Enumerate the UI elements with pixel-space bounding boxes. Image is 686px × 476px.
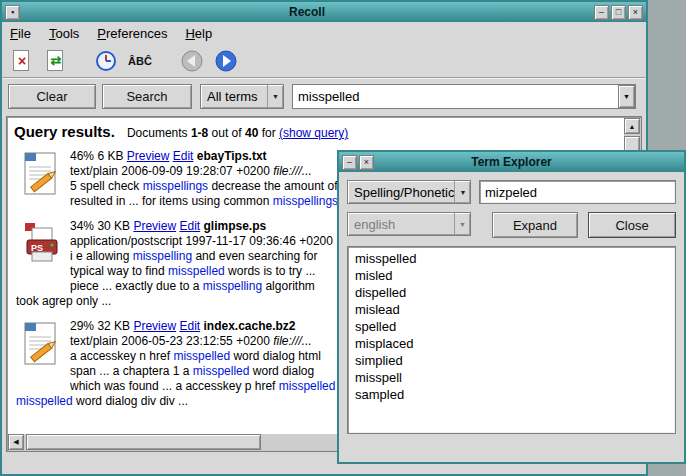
text-segment: 40 bbox=[245, 126, 258, 140]
preview-link[interactable]: Preview bbox=[133, 219, 176, 233]
text-segment: application/postscript 1997-11-17 09:36:… bbox=[70, 234, 333, 248]
search-controls-row: Clear Search All terms ▼ ▼ bbox=[2, 78, 646, 116]
scroll-up-button[interactable]: ▲ bbox=[624, 118, 640, 134]
minimize-icon: – bbox=[599, 8, 604, 17]
file-name: index.cache.bz2 bbox=[203, 319, 295, 333]
preview-link[interactable]: Preview bbox=[133, 319, 176, 333]
close-button[interactable]: × bbox=[628, 5, 643, 20]
menu-preferences[interactable]: Preferences bbox=[97, 26, 167, 41]
start-query-icon[interactable]: ⇄ bbox=[42, 48, 70, 74]
horizontal-scrollbar-thumb[interactable] bbox=[26, 434, 261, 450]
text-segment: decrease the amount of bbox=[208, 179, 337, 193]
highlighted-term: misspelling bbox=[203, 279, 262, 293]
desktop: ▪ Recoll – □ × FileToolsPreferencesHelp … bbox=[0, 0, 686, 476]
preview-link[interactable]: Preview bbox=[127, 149, 170, 163]
highlighted-term: misspellings bbox=[273, 194, 338, 208]
text-segment: piece ... exactly due to a bbox=[70, 279, 203, 293]
term-input[interactable] bbox=[479, 180, 676, 204]
scroll-left-icon: ◀ bbox=[13, 438, 18, 446]
text-segment: file:///... bbox=[273, 164, 312, 178]
te-close-window-button[interactable]: × bbox=[359, 155, 374, 170]
expansion-mode-combobox[interactable]: Spelling/Phonetic ▼ bbox=[347, 180, 471, 204]
text-segment: file:///... bbox=[273, 334, 312, 348]
chevron-down-icon: ▼ bbox=[623, 93, 630, 100]
minimize-icon: – bbox=[347, 158, 352, 167]
highlighted-term: misspelled bbox=[173, 349, 230, 363]
maximize-icon: □ bbox=[616, 8, 621, 17]
text-file-icon bbox=[14, 149, 70, 209]
scroll-up-icon: ▲ bbox=[629, 123, 636, 130]
term-list-item[interactable]: spelled bbox=[348, 318, 675, 335]
search-type-combobox[interactable]: All terms ▼ bbox=[200, 84, 284, 109]
edit-link[interactable]: Edit bbox=[173, 149, 194, 163]
text-segment: word dialog html bbox=[230, 349, 321, 363]
text-segment: words is to try ... bbox=[225, 264, 316, 278]
text-segment: text/plain 2006-09-09 19:28:07 +0200 bbox=[70, 164, 273, 178]
clear-button[interactable]: Clear bbox=[8, 84, 96, 109]
search-type-value: All terms bbox=[207, 89, 258, 104]
text-file-icon bbox=[14, 319, 70, 394]
term-list-item[interactable]: simplied bbox=[348, 352, 675, 369]
edit-link[interactable]: Edit bbox=[179, 319, 200, 333]
chevron-down-icon: ▼ bbox=[454, 181, 470, 203]
toolbar: ×⇄ÂBĈ bbox=[2, 44, 646, 78]
te-minimize-button[interactable]: – bbox=[342, 155, 357, 170]
main-titlebar[interactable]: ▪ Recoll – □ × bbox=[2, 2, 646, 22]
document-history-icon[interactable] bbox=[92, 48, 120, 74]
text-segment: text/plain 2006-05-23 23:12:55 +0200 bbox=[70, 334, 273, 348]
term-list-item[interactable]: dispelled bbox=[348, 284, 675, 301]
close-icon: × bbox=[364, 158, 369, 167]
term-list-item[interactable]: misled bbox=[348, 267, 675, 284]
edit-link[interactable]: Edit bbox=[179, 219, 200, 233]
term-explorer-titlebar[interactable]: – × Term Explorer bbox=[339, 152, 684, 172]
text-segment: a accesskey n href bbox=[70, 349, 173, 363]
file-size: 32 KB bbox=[97, 319, 130, 333]
back-icon[interactable] bbox=[178, 48, 206, 74]
term-list-item[interactable]: misplaced bbox=[348, 335, 675, 352]
relevance-percent: 29% bbox=[70, 319, 94, 333]
expand-button[interactable]: Expand bbox=[492, 212, 578, 238]
menu-file[interactable]: File bbox=[10, 26, 31, 41]
term-list-item[interactable]: sampled bbox=[348, 386, 675, 403]
term-list-item[interactable]: mislead bbox=[348, 301, 675, 318]
menu-help[interactable]: Help bbox=[185, 26, 212, 41]
highlighted-term: misspelled bbox=[16, 394, 73, 408]
results-header: Query results.Documents 1-8 out of 40 fo… bbox=[14, 123, 620, 141]
text-segment: for bbox=[258, 126, 279, 140]
show-query-link[interactable]: (show query) bbox=[279, 126, 348, 140]
menu-tools[interactable]: Tools bbox=[49, 26, 79, 41]
clear-search-icon[interactable]: × bbox=[8, 48, 36, 74]
highlighted-term: misspelled bbox=[193, 364, 250, 378]
main-window-title: Recoll bbox=[21, 5, 593, 19]
language-combobox[interactable]: english ▼ bbox=[347, 212, 471, 236]
relevance-percent: 34% bbox=[70, 219, 94, 233]
text-segment: 1-8 bbox=[191, 126, 208, 140]
text-segment: word dialog bbox=[249, 364, 314, 378]
postscript-file-icon: PS bbox=[14, 219, 70, 294]
term-explorer-window: – × Term Explorer Spelling/Phonetic ▼ en… bbox=[337, 150, 686, 464]
chevron-down-icon: ▼ bbox=[454, 213, 470, 235]
maximize-button[interactable]: □ bbox=[611, 5, 626, 20]
text-segment: word dialog div div ... bbox=[73, 394, 188, 408]
highlighted-term: misspelled bbox=[279, 379, 336, 393]
search-button[interactable]: Search bbox=[102, 84, 192, 109]
close-icon: × bbox=[633, 8, 638, 17]
window-menu-icon: ▪ bbox=[11, 8, 14, 17]
term-list-item[interactable]: misspell bbox=[348, 369, 675, 386]
te-close-button[interactable]: Close bbox=[588, 212, 676, 238]
forward-icon[interactable] bbox=[212, 48, 240, 74]
language-value: english bbox=[354, 217, 395, 232]
minimize-button[interactable]: – bbox=[594, 5, 609, 20]
text-segment: resulted in ... for items using common bbox=[70, 194, 273, 208]
text-segment: typical way to find bbox=[70, 264, 168, 278]
text-segment: i e allowing bbox=[70, 249, 133, 263]
query-input[interactable] bbox=[293, 85, 618, 108]
window-menu-button[interactable]: ▪ bbox=[5, 5, 20, 20]
term-list[interactable]: misspelledmisleddispelledmisleadspelledm… bbox=[347, 246, 676, 434]
results-summary: Documents 1-8 out of 40 for (show query) bbox=[127, 126, 348, 140]
term-explorer-icon[interactable]: ÂBĈ bbox=[126, 48, 154, 74]
term-list-item[interactable]: misspelled bbox=[348, 250, 675, 267]
file-name: glimpse.ps bbox=[203, 219, 266, 233]
scroll-left-button[interactable]: ◀ bbox=[8, 434, 24, 450]
query-dropdown-button[interactable]: ▼ bbox=[618, 85, 635, 108]
